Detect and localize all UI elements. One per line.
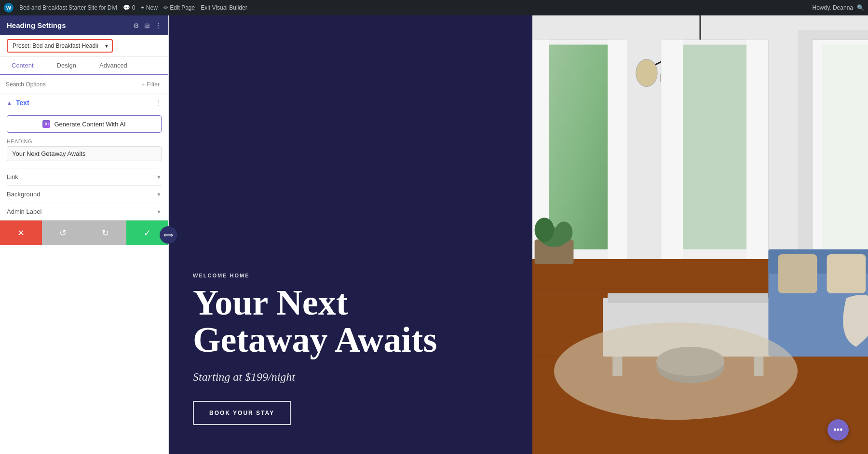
svg-point-8 (636, 59, 657, 87)
room-image (532, 15, 868, 454)
link-section-title: Link (7, 173, 18, 180)
hero-subtext: Starting at $199/night (193, 371, 508, 384)
background-section-header-left: Background (7, 191, 40, 198)
hero-heading: Your Next Getaway Awaits (193, 284, 508, 359)
settings-icon[interactable]: ⚙ (133, 22, 139, 29)
layout-icon[interactable]: ⊞ (144, 22, 150, 29)
hero-text-area: WELCOME HOME Your Next Getaway Awaits St… (169, 15, 532, 454)
link-section-header-left: Link (7, 173, 18, 180)
book-stay-button[interactable]: BOOK YOUR STAY (193, 401, 291, 425)
text-section-content: AI Generate Content With AI Heading (0, 111, 168, 168)
link-section-chevron-icon: ▼ (156, 174, 162, 180)
svg-rect-17 (549, 45, 608, 249)
sidebar-header-icons: ⚙ ⊞ ⋮ (133, 22, 162, 29)
admin-bar: W Bed and Breakfast Starter Site for Div… (0, 0, 868, 15)
text-section-chevron-icon: ▲ (7, 100, 12, 106)
svg-rect-15 (608, 40, 627, 260)
drag-handle-icon: ⟺ (163, 231, 173, 239)
preset-wrapper: Preset: Bed and Breakfast Heading 1 ▼ (7, 39, 113, 53)
exit-visual-builder-button[interactable]: Exit Visual Builder (201, 4, 247, 11)
tab-advanced[interactable]: Advanced (88, 57, 139, 75)
admin-label-section-header[interactable]: Admin Label ▼ (0, 203, 168, 220)
admin-bar-right: Howdy, Deanna 🔍 (813, 4, 865, 11)
sidebar-title: Heading Settings (7, 21, 66, 29)
new-button[interactable]: + New (141, 4, 157, 11)
ai-generate-button[interactable]: AI Generate Content With AI (7, 115, 162, 133)
admin-label-section-title: Admin Label (7, 208, 41, 215)
svg-point-34 (535, 218, 554, 242)
text-section-title: Text (16, 99, 29, 107)
svg-point-35 (555, 221, 572, 243)
text-section-header[interactable]: ▲ Text ⋮ (0, 94, 168, 111)
svg-rect-44 (778, 254, 817, 293)
heading-field-input[interactable] (7, 146, 162, 161)
undo-button[interactable]: ↺ (42, 220, 84, 245)
canvas: WELCOME HOME Your Next Getaway Awaits St… (169, 15, 868, 454)
howdy-label: Howdy, Deanna (813, 4, 854, 11)
redo-button[interactable]: ↻ (84, 220, 126, 245)
sidebar-header: Heading Settings ⚙ ⊞ ⋮ (0, 15, 168, 35)
wp-logo-icon: W (4, 3, 14, 13)
hero-heading-line2: Getaway Awaits (193, 320, 437, 359)
admin-bar-left: W Bed and Breakfast Starter Site for Div… (4, 3, 805, 13)
search-input[interactable] (6, 81, 136, 88)
comment-icon: 💬 (123, 4, 130, 11)
admin-label-header-left: Admin Label (7, 208, 41, 215)
search-row: + Filter (0, 75, 168, 94)
svg-point-46 (554, 322, 798, 420)
hero-eyebrow: WELCOME HOME (193, 273, 508, 278)
more-icon[interactable]: ⋮ (155, 22, 162, 29)
dots-icon: ••• (834, 425, 843, 435)
sidebar-panel: Heading Settings ⚙ ⊞ ⋮ Preset: Bed and B… (0, 15, 169, 454)
hero-section: WELCOME HOME Your Next Getaway Awaits St… (169, 15, 868, 454)
site-name: Bed and Breakfast Starter Site for Divi (19, 4, 117, 11)
bottom-toolbar: ✕ ↺ ↻ ✓ (0, 220, 168, 245)
svg-rect-19 (661, 40, 683, 260)
svg-rect-45 (827, 254, 866, 293)
link-section-header[interactable]: Link ▼ (0, 168, 168, 185)
text-section-more-icon[interactable]: ⋮ (155, 99, 162, 107)
tab-design[interactable]: Design (45, 57, 88, 75)
filter-icon: + (141, 81, 145, 88)
filter-label: Filter (147, 81, 160, 88)
filter-button[interactable]: + Filter (138, 79, 163, 90)
svg-rect-37 (608, 293, 768, 303)
svg-rect-20 (746, 40, 768, 260)
svg-rect-21 (683, 45, 746, 249)
admin-search-icon[interactable]: 🔍 (857, 4, 864, 11)
cancel-button[interactable]: ✕ (0, 220, 42, 245)
tab-content[interactable]: Content (0, 57, 45, 75)
hero-heading-line1: Your Next (193, 283, 348, 322)
floating-dots-button[interactable]: ••• (827, 419, 849, 440)
edit-page-button[interactable]: ✏ Edit Page (163, 4, 195, 11)
admin-label-chevron-icon: ▼ (156, 209, 162, 215)
heading-field-label: Heading (7, 138, 162, 144)
background-section-title: Background (7, 191, 40, 198)
background-section-chevron-icon: ▼ (156, 192, 162, 197)
drag-handle[interactable]: ⟺ (160, 226, 177, 244)
text-section-header-left: ▲ Text (7, 99, 29, 107)
preset-bar: Preset: Bed and Breakfast Heading 1 ▼ (0, 35, 168, 57)
tabs-row: Content Design Advanced (0, 57, 168, 75)
hero-image-area: ••• (532, 15, 868, 454)
svg-rect-24 (822, 45, 868, 249)
preset-select[interactable]: Preset: Bed and Breakfast Heading 1 (7, 39, 113, 53)
background-section-header[interactable]: Background ▼ (0, 186, 168, 203)
ai-button-label: Generate Content With AI (54, 121, 125, 128)
ai-icon: AI (42, 120, 50, 128)
main-layout: Heading Settings ⚙ ⊞ ⋮ Preset: Bed and B… (0, 15, 868, 454)
comment-count: 💬 0 (123, 4, 136, 11)
